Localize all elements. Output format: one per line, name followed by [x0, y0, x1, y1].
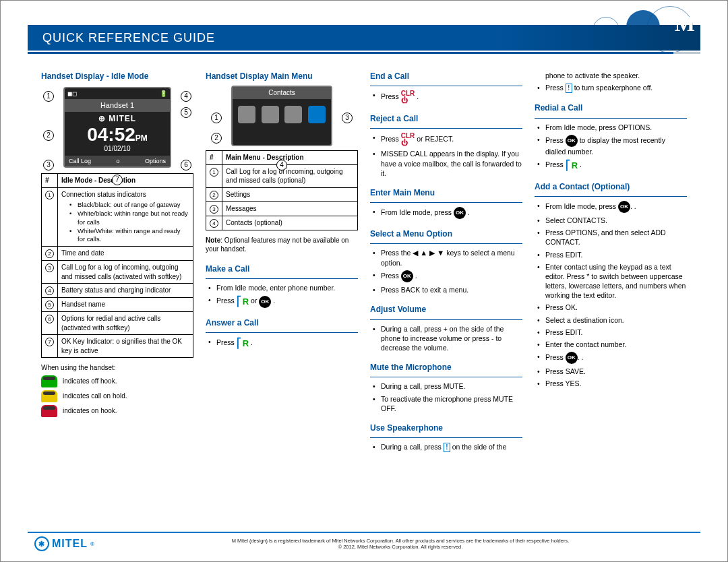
list-item: Press ⎡R .: [206, 337, 358, 350]
footer-copyright: M Mitel (design) is a registered tradema…: [107, 538, 694, 550]
list-item: During a call, press + on the side of th…: [370, 324, 522, 353]
list-item: From Idle mode, enter phone number.: [206, 283, 358, 292]
main-menu-diagram: 1 2 3 4 Contacts: [211, 86, 353, 146]
list-item: Press OK .: [370, 270, 522, 282]
menu-calllog-icon: [238, 106, 255, 123]
column-2: Handset Display Main Menu 1 2 3 4 Contac…: [206, 68, 358, 525]
table-row: 3Call Log for a log of incoming, outgoin…: [42, 261, 193, 284]
list-item: Press EDIT.: [535, 327, 687, 337]
exclaim-icon: !: [444, 443, 450, 452]
ok-icon: OK: [401, 270, 413, 282]
bracket-icon: ⎡: [566, 159, 570, 172]
table-row: 5Handset name: [42, 298, 193, 312]
list-item: From Idle mode, press OPTIONS.: [535, 123, 687, 132]
section-title: End a Call: [370, 71, 522, 82]
list-item: Press EDIT.: [535, 250, 687, 259]
list-item: Press BACK to exit a menu.: [370, 285, 522, 294]
list-item: From Idle mode, press OK. .: [535, 201, 687, 213]
section-title: Mute the Microphone: [370, 362, 522, 373]
ok-icon: OK: [454, 207, 466, 219]
hook-off: indicates off hook.: [41, 375, 193, 387]
list-item: Press CLR⏻ or REJECT.: [370, 133, 522, 146]
ok-icon: OK: [566, 352, 578, 364]
idle-screen: ◼◻🔋 Handset 1 ⊕ MITEL 04:52PM 01/02/10 C…: [63, 87, 171, 168]
table-row: 2Settings: [206, 187, 358, 201]
section-title: Answer a Call: [206, 317, 358, 328]
column-1: Handset Display - Idle Mode 1 2 3 4 5 6 …: [41, 68, 193, 525]
list-item: Press ! to turn speakerphone off.: [535, 83, 687, 93]
list-item: Press OPTIONS, and then select ADD CONTA…: [535, 228, 687, 247]
main-menu-screen: Contacts: [231, 86, 332, 146]
table-row: 1 Connection status indicators Black/bla…: [42, 187, 193, 247]
list-item: Enter the contact number.: [535, 340, 687, 349]
bracket-icon: ⎡: [237, 337, 241, 350]
section-title: Make a Call: [206, 263, 358, 274]
table-row: 2Time and date: [42, 247, 193, 261]
table-row: 4Battery status and charging indicator: [42, 284, 193, 298]
callout-3: 3: [342, 113, 353, 123]
footer-logo-icon: ✱: [34, 536, 49, 551]
footer-logo: ✱ MITEL®: [34, 536, 95, 551]
clr-icon: CLR⏻: [401, 90, 415, 104]
table-row: 7OK Key Indicator: o signifies that the …: [42, 335, 193, 358]
green-r-icon: R: [243, 296, 249, 308]
section-title: Handset Display Main Menu: [206, 71, 358, 82]
brand-logo-icon: M: [675, 11, 695, 36]
section-title: Handset Display - Idle Mode: [41, 71, 193, 82]
list-item: Select a destination icon.: [535, 315, 687, 325]
section-title: Select a Menu Option: [370, 228, 522, 239]
list-item: MISSED CALL appears in the display. If y…: [370, 149, 522, 178]
list-item: Enter contact using the keypad as a text…: [535, 262, 687, 301]
header-bar: QUICK REFERENCE GUIDE: [28, 25, 700, 51]
list-item: Select CONTACTS.: [535, 216, 687, 225]
callout-4: 4: [181, 91, 191, 102]
ok-icon: OK: [566, 135, 578, 147]
list-item: Press the ◀ ▲ ▶ ▼ keys to select a menu …: [370, 248, 522, 268]
exclaim-icon: !: [566, 84, 572, 93]
ok-icon: OK: [259, 296, 271, 308]
header-underline: [28, 52, 700, 54]
column-3: End a Call Press CLR⏻ . Reject a Call Pr…: [370, 68, 522, 525]
page-title: QUICK REFERENCE GUIDE: [42, 31, 215, 45]
section-title: Add a Contact (Optional): [535, 181, 687, 192]
add-contact-list: From Idle mode, press OK. .Select CONTAC…: [535, 201, 687, 388]
section-title: Redial a Call: [535, 102, 687, 113]
screen-handset-name: Handset 1: [65, 99, 170, 112]
green-r-icon: R: [572, 160, 578, 172]
bracket-icon: ⎡: [237, 295, 241, 308]
ok-icon: OK: [618, 201, 630, 213]
callout-2: 2: [43, 130, 54, 141]
list-item: Press ⎡R or OK .: [206, 295, 358, 308]
callout-3: 3: [43, 160, 54, 170]
when-using-note: When using the handset:: [41, 363, 193, 373]
table-row: 3Messages: [206, 201, 358, 216]
list-item: Press SAVE.: [535, 367, 687, 376]
phone-yellow-icon: [41, 390, 57, 402]
callout-2: 2: [211, 133, 222, 144]
list-item: Press OK.: [535, 303, 687, 312]
green-r-icon: R: [243, 338, 249, 350]
section-title: Enter Main Menu: [370, 187, 522, 198]
clr-icon: CLR⏻: [401, 133, 415, 146]
list-item: Press CLR⏻ .: [370, 90, 522, 104]
callout-1: 1: [43, 91, 54, 102]
list-item: Press ⎡R .: [535, 159, 687, 172]
list-item: Press OK to display the most recently di…: [535, 135, 687, 156]
callout-1: 1: [211, 113, 222, 123]
content: Handset Display - Idle Mode 1 2 3 4 5 6 …: [28, 63, 700, 530]
continued-text: phone to activate the speaker.: [535, 71, 687, 80]
table-row: 6Options for redial and active calls (ac…: [42, 312, 193, 335]
column-4: phone to activate the speaker. Press ! t…: [535, 68, 687, 525]
idle-mode-table: #Idle Mode - Description 1 Connection st…: [41, 173, 193, 358]
phone-red-icon: [41, 405, 57, 417]
list-item: Press YES.: [535, 379, 687, 388]
hook-hold: indicates call on hold.: [41, 390, 193, 402]
callout-6: 6: [181, 160, 191, 170]
section-title: Adjust Volume: [370, 304, 522, 315]
phone-green-icon: [41, 375, 57, 387]
menu-settings-icon: [262, 106, 279, 123]
list-item: Press OK. .: [535, 352, 687, 364]
callout-5: 5: [181, 107, 191, 118]
list-item: To reactivate the microphone press MUTE …: [370, 394, 522, 413]
page: M QUICK REFERENCE GUIDE Handset Display …: [0, 0, 728, 562]
